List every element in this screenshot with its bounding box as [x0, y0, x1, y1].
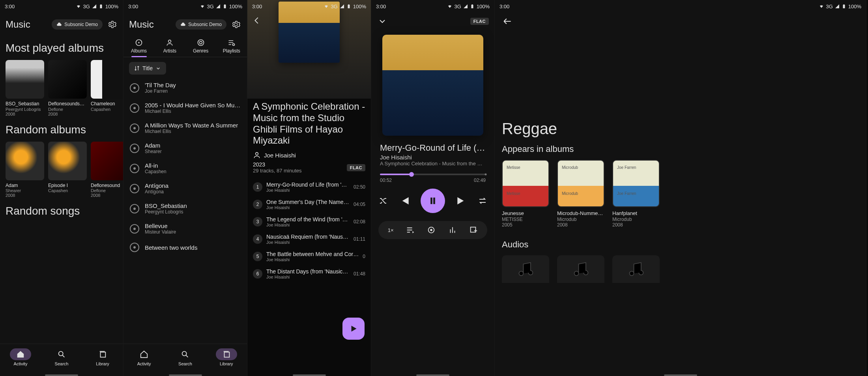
play-fab[interactable] [342, 318, 365, 340]
disc-icon [130, 144, 139, 153]
album-card[interactable]: Chameleon Capashen [91, 60, 123, 116]
repeat-button[interactable] [478, 196, 487, 206]
song-row[interactable]: 'Til The Day Joe Farren [123, 78, 247, 98]
equalizer-button[interactable] [448, 226, 457, 234]
song-row[interactable]: BSO_Sebastian Peergynt Lobogris [123, 198, 247, 219]
nav-search[interactable]: Search [165, 344, 206, 370]
song-row[interactable]: Antígona Antígona [123, 178, 247, 198]
tab-albums[interactable]: Albums [123, 35, 154, 57]
settings-button[interactable] [107, 19, 118, 30]
track-duration: 02:50 [354, 184, 365, 190]
track-title: Nausicaä Requiem (from 'Nausicaä ... [266, 234, 350, 240]
artist-row[interactable]: Joe Hisaishi [253, 151, 365, 159]
album-card[interactable]: Joe Farren Joe Farren Hanfplanet Microdu… [612, 160, 660, 228]
album-card[interactable]: Episode I Capashen [48, 142, 87, 198]
tab-artists[interactable]: Artists [154, 35, 185, 57]
battery-icon [842, 4, 846, 9]
gesture-handle[interactable] [664, 374, 697, 376]
song-row[interactable]: Adam Shearer [123, 138, 247, 158]
gear-icon [108, 20, 116, 29]
song-title: BSO_Sebastian [145, 202, 241, 209]
song-title: Bellevue [145, 223, 241, 229]
queue-button[interactable] [406, 226, 415, 234]
prev-button[interactable] [398, 195, 411, 207]
song-row[interactable]: All-in Capashen [123, 158, 247, 178]
track-row[interactable]: 1 Merry-Go-Round of Life (from 'Howl'...… [253, 178, 365, 196]
nav-library[interactable]: Library [82, 344, 123, 370]
song-title: Adam [145, 142, 241, 149]
app-title: Music [6, 19, 30, 30]
track-row[interactable]: 2 One Summer's Day (The Name of Lif... J… [253, 196, 365, 213]
album-card[interactable]: Deflonesound Deflone 2008 [91, 142, 123, 198]
collapse-button[interactable] [377, 16, 388, 27]
add-to-playlist-button[interactable] [469, 226, 478, 234]
song-row[interactable]: 2005 - I Would Have Given So Much More M… [123, 98, 247, 118]
album-card[interactable]: Metisse Metisse Jeunesse METISSE 2005 [502, 160, 549, 228]
album-card[interactable]: BSO_Sebastian Peergynt Lobogris 2008 [6, 60, 44, 116]
track-artist: Joe Hisaishi [266, 240, 350, 245]
next-button[interactable] [455, 195, 468, 207]
disc-icon [130, 243, 139, 252]
now-playing-album[interactable]: A Symphonic Celebration - Music from the… [380, 161, 486, 166]
album-card[interactable]: Deflonesoundsystem Deflone 2008 [48, 60, 87, 116]
nav-activity[interactable]: Activity [123, 344, 165, 370]
album-year: 2008 [612, 222, 660, 228]
gesture-handle[interactable] [45, 374, 78, 376]
tab-genres[interactable]: Genres [185, 35, 216, 57]
status-bar: 3:00 3G 100% [371, 0, 494, 13]
disc-icon [130, 184, 139, 193]
nav-activity[interactable]: Activity [0, 344, 41, 370]
track-row[interactable]: 6 The Distant Days (from 'Nausicaä o... … [253, 265, 365, 282]
settings-button[interactable] [230, 19, 241, 30]
cast-button[interactable] [427, 226, 436, 234]
audio-tile[interactable] [612, 255, 660, 283]
nav-search[interactable]: Search [41, 344, 82, 370]
song-row[interactable]: A Million Ways To Waste A Summer Michael… [123, 118, 247, 138]
progress-thumb[interactable] [409, 172, 414, 177]
back-button[interactable] [502, 16, 513, 27]
gesture-handle[interactable] [169, 374, 202, 376]
song-row[interactable]: Between two worlds [123, 239, 247, 256]
back-button[interactable] [251, 15, 262, 26]
home-icon [16, 350, 25, 359]
song-row[interactable]: Bellevue Misteur Valaire [123, 219, 247, 239]
album-title: Microdub-Nummer eins [557, 210, 604, 217]
song-title: 2005 - I Would Have Given So Much More [145, 102, 241, 108]
random-albums-row: Adam Shearer 2008 Episode I Capashen Def… [6, 142, 118, 198]
time-total: 02:49 [474, 178, 486, 183]
server-chip[interactable]: Subsonic Demo [176, 19, 226, 30]
album-artist: Microdub [557, 217, 604, 222]
track-artist: Joe Hisaishi [266, 188, 350, 193]
battery-icon [99, 4, 103, 9]
progress-bar[interactable] [380, 174, 486, 175]
track-row[interactable]: 4 Nausicaä Requiem (from 'Nausicaä ... J… [253, 230, 365, 248]
svg-point-10 [256, 153, 258, 155]
now-playing-artist[interactable]: Joe Hisaishi [380, 154, 486, 161]
server-chip[interactable]: Subsonic Demo [52, 19, 103, 30]
section-most-played: Most played albums [6, 42, 118, 54]
gesture-handle[interactable] [293, 374, 326, 376]
section-random-albums: Random albums [6, 123, 118, 136]
shuffle-button[interactable] [378, 196, 388, 206]
song-title: A Million Ways To Waste A Summer [145, 122, 241, 129]
gesture-handle[interactable] [416, 374, 449, 376]
search-icon [181, 350, 189, 359]
album-artist: METISSE [502, 217, 549, 222]
battery-icon [223, 4, 227, 9]
album-tracks-time: 29 tracks, 87 minutes [253, 168, 302, 174]
album-card[interactable]: Microdub Microdub Microdub-Nummer eins M… [557, 160, 604, 228]
svg-point-3 [138, 42, 139, 43]
most-played-row: BSO_Sebastian Peergynt Lobogris 2008 Def… [6, 60, 118, 116]
track-row[interactable]: 3 The Legend of the Wind (from 'Naus... … [253, 213, 365, 230]
album-card[interactable]: Adam Shearer 2008 [6, 142, 44, 198]
track-number: 1 [253, 182, 262, 192]
playback-speed[interactable]: 1× [388, 227, 394, 233]
sort-button[interactable]: Title [129, 62, 166, 75]
pause-button[interactable] [421, 189, 445, 213]
audio-tile[interactable] [502, 255, 549, 283]
tab-playlists[interactable]: Playlists [216, 35, 247, 57]
nav-library[interactable]: Library [206, 344, 247, 370]
back-arrow-icon [253, 16, 261, 25]
track-row[interactable]: 5 The Battle between Mehve and Corv... J… [253, 248, 365, 265]
audio-tile[interactable] [557, 255, 604, 283]
